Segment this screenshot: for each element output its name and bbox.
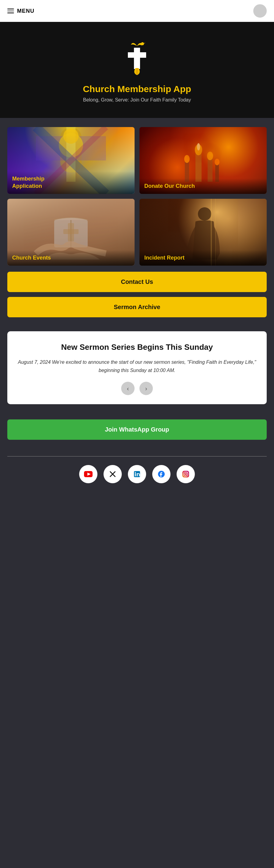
hero-section: Church Membership App Belong, Grow, Serv…: [0, 22, 274, 118]
announcement-section: New Sermon Series Begins This Sunday Aug…: [0, 328, 274, 413]
donate-label: Donate Our Church: [139, 178, 267, 194]
whatsapp-section: Join WhatsApp Group: [0, 413, 274, 449]
instagram-button[interactable]: [176, 465, 195, 483]
membership-card[interactable]: MembershipApplication: [7, 127, 135, 194]
events-card[interactable]: Church Events: [7, 199, 135, 266]
svg-point-24: [198, 207, 211, 221]
youtube-button[interactable]: [79, 465, 98, 483]
grid-section: MembershipApplication: [0, 118, 274, 328]
svg-rect-1: [128, 52, 146, 58]
svg-rect-22: [63, 229, 79, 234]
card-grid: MembershipApplication: [7, 127, 267, 266]
app-subtitle: Belong, Grow, Serve: Join Our Faith Fami…: [12, 97, 262, 103]
whatsapp-button[interactable]: Join WhatsApp Group: [7, 420, 267, 440]
facebook-button[interactable]: [152, 465, 170, 483]
announcement-card: New Sermon Series Begins This Sunday Aug…: [7, 331, 267, 404]
svg-point-7: [63, 129, 79, 144]
avatar[interactable]: [253, 4, 267, 18]
app-title: Church Membership App: [12, 84, 262, 94]
menu-button[interactable]: MENU: [7, 8, 34, 14]
contact-button[interactable]: Contact Us: [7, 272, 267, 292]
svg-rect-0: [134, 48, 140, 69]
hamburger-icon: [7, 8, 14, 13]
app-header: MENU: [0, 0, 274, 22]
svg-point-36: [187, 472, 188, 473]
prev-button[interactable]: ‹: [121, 382, 135, 395]
nav-arrows: ‹ ›: [17, 382, 257, 395]
church-logo: [119, 40, 155, 76]
svg-point-18: [198, 142, 222, 166]
donate-card[interactable]: Donate Our Church: [139, 127, 267, 194]
social-section: [0, 457, 274, 495]
linkedin-icon: [133, 470, 141, 478]
instagram-icon: [182, 470, 189, 478]
next-button[interactable]: ›: [139, 382, 153, 395]
logo-container: [12, 40, 262, 78]
svg-point-31: [135, 472, 136, 473]
announcement-body: August 7, 2024 We're excited to announce…: [17, 358, 257, 374]
announcement-title: New Sermon Series Begins This Sunday: [17, 342, 257, 352]
facebook-icon: [158, 470, 165, 478]
linkedin-button[interactable]: [128, 465, 146, 483]
twitter-x-icon: [109, 470, 116, 478]
incident-label: Incident Report: [139, 250, 267, 266]
incident-card[interactable]: Incident Report: [139, 199, 267, 266]
menu-label: MENU: [17, 8, 34, 14]
youtube-icon: [84, 471, 92, 477]
membership-label: MembershipApplication: [7, 171, 135, 194]
events-label: Church Events: [7, 250, 135, 266]
svg-rect-30: [135, 473, 136, 476]
sermon-button[interactable]: Sermon Archive: [7, 297, 267, 317]
twitter-x-button[interactable]: [104, 465, 122, 483]
